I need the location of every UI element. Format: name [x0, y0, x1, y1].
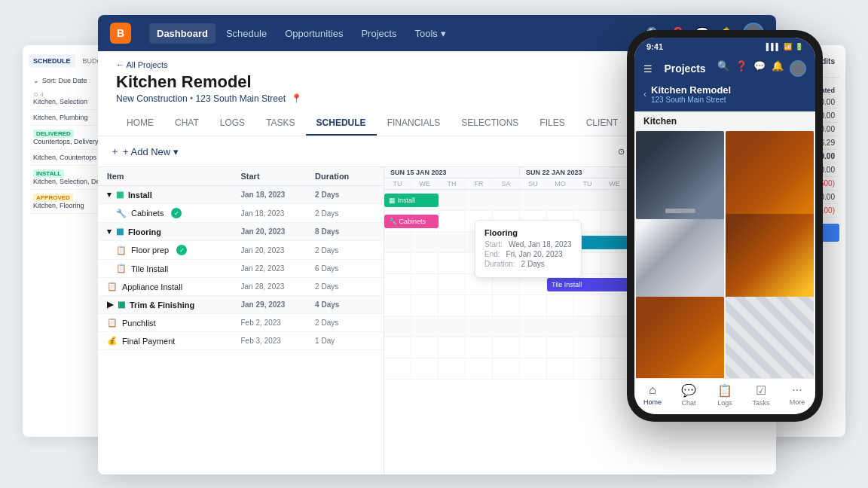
tab-schedule[interactable]: SCHEDULE	[306, 111, 377, 136]
image-faucet[interactable]	[636, 297, 724, 378]
task-icon-appliance: 📋	[107, 282, 118, 291]
gantt-cell	[466, 316, 493, 337]
tab-selections[interactable]: SELECTIONS	[451, 111, 529, 136]
phone-nav-title: Projects	[664, 63, 705, 75]
phone-nav-home[interactable]: ⌂ Home	[634, 383, 671, 407]
col-duration: Duration	[315, 172, 374, 181]
task-list-header: Item Start Duration	[98, 167, 384, 186]
gantt-cell	[439, 316, 466, 337]
task-dur-tile: 6 Days	[315, 264, 374, 273]
image-stove[interactable]	[636, 131, 724, 219]
nav-projects[interactable]: Projects	[353, 23, 404, 44]
nav-tools[interactable]: Tools ▾	[407, 23, 453, 44]
task-dur-final: 1 Day	[315, 337, 374, 345]
phone-nav-logs[interactable]: 📋 Logs	[707, 383, 743, 407]
chevron-right-icon: ▶	[107, 300, 113, 310]
day-mo: MO	[547, 178, 574, 189]
task-name-floorprep: 📋 Floor prep ✓	[107, 245, 241, 255]
chevron-icon: ▾	[107, 190, 112, 200]
task-row[interactable]: 📋 Floor prep ✓ Jan 20, 2023 2 Days	[98, 241, 384, 260]
phone-search-icon[interactable]: 🔍	[717, 60, 729, 77]
task-row[interactable]: ▾ ▦ Install Jan 18, 2023 2 Days	[98, 186, 384, 204]
gantt-cell	[384, 337, 411, 358]
phone-nav-chat[interactable]: 💬 Chat	[671, 383, 707, 407]
task-start-tile: Jan 22, 2023	[241, 264, 316, 273]
nav-dashboard[interactable]: Dashboard	[149, 23, 215, 44]
task-dur-cabinets: 2 Days	[315, 209, 374, 218]
gantt-cell	[547, 190, 574, 210]
gantt-cell	[601, 253, 628, 273]
task-row[interactable]: 📋 Appliance Install Jan 28, 2023 2 Days	[98, 278, 384, 296]
gantt-cell	[439, 253, 466, 273]
phone-project-addr: 123 South Main Street	[651, 96, 731, 104]
phone-chat-icon[interactable]: 💬	[753, 60, 766, 77]
gantt-cell	[411, 358, 439, 379]
gantt-cell	[439, 358, 466, 379]
phone-time: 9:41	[646, 42, 663, 51]
home-label: Home	[643, 398, 662, 406]
image-sink[interactable]	[726, 131, 814, 219]
nav-schedule[interactable]: Schedule	[219, 23, 274, 44]
gantt-cell	[493, 337, 520, 358]
tab-chat[interactable]: CHAT	[164, 111, 209, 136]
bar-install[interactable]: ▦ Install	[384, 194, 439, 207]
phone-bell-icon[interactable]: 🔔	[772, 60, 784, 77]
sort-label[interactable]: Sort: Due Date	[42, 77, 87, 84]
tab-client[interactable]: CLIENT	[576, 111, 629, 136]
tooltip-title: Flooring	[484, 228, 572, 237]
task-start-final: Feb 3, 2023	[241, 337, 316, 345]
task-start-floorprep: Jan 20, 2023	[241, 246, 316, 255]
tab-financials[interactable]: FINANCIALS	[377, 111, 451, 136]
gantt-cell	[493, 316, 520, 337]
image-counter[interactable]	[636, 214, 724, 302]
project-subtitle: New Construction • 123 South Main Street…	[116, 93, 302, 104]
task-row[interactable]: 💰 Final Payment Feb 3, 2023 1 Day	[98, 332, 384, 350]
day-we2: WE	[601, 178, 628, 189]
gantt-cell	[411, 232, 439, 252]
phone-back-button[interactable]: ‹	[643, 89, 646, 99]
tab-tasks[interactable]: TASKS	[255, 111, 305, 136]
nav-opportunities[interactable]: Opportunities	[277, 23, 350, 44]
task-row[interactable]: 📋 Punchlist Feb 2, 2023 2 Days	[98, 314, 384, 332]
task-row[interactable]: ▶ ▦ Trim & Finishing Jan 29, 2023 4 Days	[98, 296, 384, 314]
task-list: Item Start Duration ▾ ▦ Install Jan 18, …	[98, 167, 384, 474]
bar-cabinets[interactable]: 🔧 Cabinets	[384, 215, 439, 228]
phone-top-nav: ☰ Projects 🔍 ❓ 💬 🔔	[634, 56, 815, 81]
tooltip-end: End: Fri, Jan 20, 2023	[484, 250, 572, 258]
task-start-cabinets: Jan 18, 2023	[241, 209, 316, 218]
schedule-tab-left[interactable]: SCHEDULE	[29, 54, 75, 68]
image-pendant[interactable]	[726, 214, 814, 302]
phone-nav-more[interactable]: ··· More	[779, 383, 815, 407]
hamburger-icon[interactable]: ☰	[643, 63, 653, 75]
task-name-flooring: ▾ ▦ Flooring	[107, 227, 241, 236]
mobile-phone: 9:41 ▌▌▌ 📶 🔋 ☰ Projects 🔍 ❓ 💬 🔔	[627, 30, 823, 422]
project-title: Kitchen Remodel	[116, 72, 302, 92]
gantt-cell	[493, 295, 520, 316]
task-row[interactable]: 📋 Tile Install Jan 22, 2023 6 Days	[98, 260, 384, 278]
day-we: WE	[411, 178, 439, 189]
app-logo[interactable]: B	[110, 23, 131, 44]
add-new-button[interactable]: ＋ + Add New ▾	[110, 145, 179, 158]
image-tile[interactable]	[726, 297, 814, 378]
tab-files[interactable]: FILES	[529, 111, 575, 136]
approved-badge: APPROVED	[33, 194, 73, 202]
phone-status-bar: 9:41 ▌▌▌ 📶 🔋	[634, 38, 815, 56]
tab-home[interactable]: HOME	[116, 111, 164, 136]
chat-label: Chat	[681, 399, 695, 407]
phone-help-icon[interactable]: ❓	[735, 60, 747, 77]
gantt-cell	[547, 337, 574, 358]
phone-status-icons: ▌▌▌ 📶 🔋	[766, 43, 803, 50]
gantt-cell	[601, 358, 628, 379]
task-start-flooring: Jan 20, 2023	[241, 227, 316, 236]
task-row[interactable]: ▾ ▦ Flooring Jan 20, 2023 8 Days	[98, 223, 384, 241]
phone-avatar[interactable]	[790, 60, 806, 77]
gantt-cell	[411, 316, 439, 337]
task-row[interactable]: 🔧 Cabinets ✓ Jan 18, 2023 2 Days	[98, 204, 384, 223]
phone-nav-tasks[interactable]: ☑ Tasks	[743, 383, 779, 407]
day-fr: FR	[466, 178, 493, 189]
phone-section-label: Kitchen	[634, 111, 815, 131]
col-item: Item	[107, 172, 241, 181]
gantt-cell	[411, 337, 439, 358]
gantt-cell	[384, 274, 411, 294]
tab-logs[interactable]: LOGS	[209, 111, 255, 136]
